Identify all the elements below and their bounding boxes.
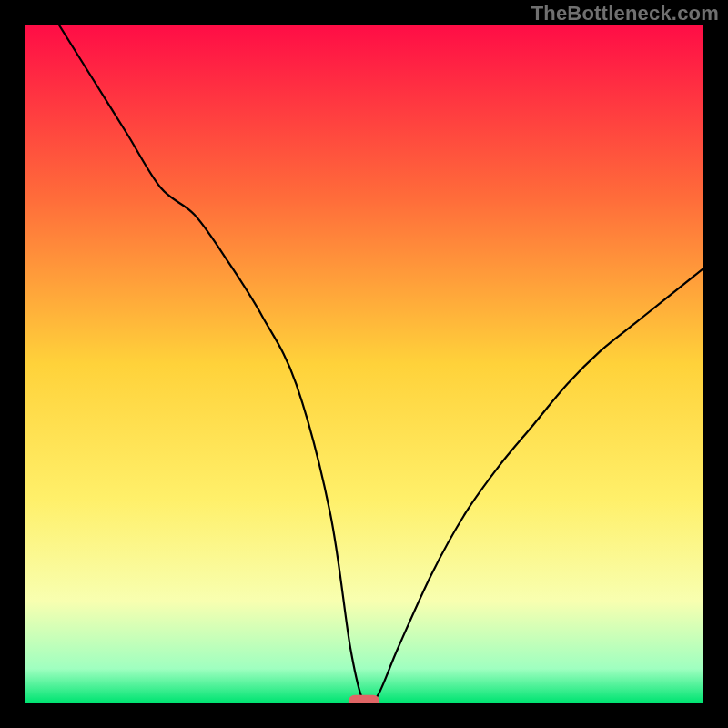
optimal-marker: [349, 695, 379, 703]
chart-svg: [25, 25, 703, 703]
chart-frame: TheBottleneck.com: [0, 0, 728, 728]
plot-area: [25, 25, 703, 703]
watermark-text: TheBottleneck.com: [531, 2, 719, 25]
gradient-bg: [25, 25, 703, 703]
